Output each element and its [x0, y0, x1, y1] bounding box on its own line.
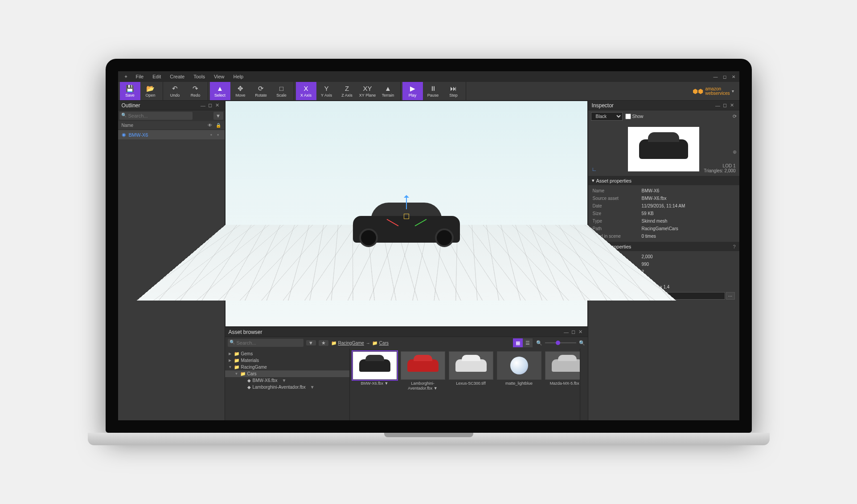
- terrain-icon: ▲: [385, 85, 391, 93]
- inspector-preview: ∟ ⊕ LOD 1 Triangles: 2,000: [588, 122, 739, 176]
- laptop-base: [88, 433, 770, 445]
- zoom-slider[interactable]: 🔍 🔍: [536, 340, 585, 346]
- y-axis-button[interactable]: YY Axis: [316, 82, 337, 100]
- undo-icon: ↶: [172, 85, 178, 93]
- help-icon[interactable]: ?: [733, 244, 735, 249]
- outliner-search-input[interactable]: [119, 112, 193, 120]
- outliner-item-toggles[interactable]: ● ●: [210, 133, 221, 137]
- inspector-show-checkbox[interactable]: Show: [625, 114, 644, 119]
- step-icon: ⏭: [450, 85, 457, 93]
- tree-item-racinggame[interactable]: ▼📁RacingGame: [225, 364, 349, 370]
- toolbar: 💾Save 📂Open ↶Undo ↷Redo ▲Select ✥Move ⟳R…: [118, 82, 739, 101]
- visibility-icon: 👁: [208, 123, 212, 128]
- folder-icon: 📁: [234, 351, 239, 356]
- panel-maximize-icon[interactable]: ◻: [570, 329, 577, 335]
- panel-minimize-icon[interactable]: —: [714, 103, 722, 108]
- window-close-icon[interactable]: ✕: [730, 73, 737, 80]
- pause-button[interactable]: ⏸Pause: [423, 82, 443, 100]
- asset-properties-header[interactable]: ▾ Asset properties: [588, 176, 739, 185]
- xy-plane-button[interactable]: XYXY Plane: [357, 82, 378, 100]
- tree-item-cars[interactable]: ▼📁Cars: [225, 370, 349, 377]
- x-axis-button[interactable]: XX Axis: [296, 82, 316, 100]
- folder-icon: 📁: [372, 341, 377, 345]
- panel-maximize-icon[interactable]: ◻: [207, 102, 214, 108]
- tree-item-gems[interactable]: ▶📁Gems: [225, 350, 349, 357]
- menu-help[interactable]: Help: [229, 74, 248, 79]
- window-minimize-icon[interactable]: —: [713, 73, 719, 80]
- panel-close-icon[interactable]: ✕: [214, 102, 221, 108]
- move-tool[interactable]: ✥Move: [230, 82, 251, 100]
- gizmo-z-axis[interactable]: [406, 196, 407, 209]
- menu-create[interactable]: Create: [165, 74, 189, 79]
- zoom-out-icon[interactable]: 🔍: [536, 340, 542, 346]
- menu-edit[interactable]: Edit: [148, 74, 165, 79]
- breadcrumb-item[interactable]: Cars: [379, 341, 389, 345]
- breadcrumb: 📁 RacingGame → 📁 Cars: [331, 341, 389, 345]
- chevron-down-icon: ▾: [592, 178, 595, 183]
- asset-scrollbar[interactable]: [580, 349, 588, 420]
- lock-icon: 🔒: [216, 123, 221, 128]
- scale-icon: □: [279, 85, 283, 93]
- terrain-button[interactable]: ▲Terrain: [378, 82, 398, 100]
- menu-view[interactable]: View: [209, 74, 229, 79]
- menu-file[interactable]: File: [131, 74, 148, 79]
- redo-icon: ↷: [193, 85, 198, 93]
- panel-close-icon[interactable]: ✕: [577, 329, 584, 335]
- panel-minimize-icon[interactable]: —: [200, 103, 207, 108]
- lod-label: LOD 1: [704, 163, 735, 168]
- inspector-color-select[interactable]: Black: [591, 112, 623, 121]
- rotate-icon: ⟳: [258, 85, 264, 93]
- folder-icon: 📁: [234, 358, 239, 363]
- asset-card[interactable]: BMW-X6.fbx ▼: [353, 351, 397, 418]
- asset-properties-table: NameBMW-X6 Source assetBMW-X6.fbx Date11…: [588, 185, 739, 242]
- selected-model[interactable]: [349, 189, 464, 247]
- asset-card[interactable]: matte_lightblue: [497, 351, 541, 418]
- menubar: ✦ File Edit Create Tools View Help — ◻ ✕: [118, 71, 739, 82]
- play-button[interactable]: ▶Play: [402, 82, 423, 100]
- asset-card[interactable]: Lamborghini-Aventador.fbx ▼: [401, 351, 445, 418]
- window-maximize-icon[interactable]: ◻: [722, 73, 728, 80]
- asset-filter-button[interactable]: ▼: [306, 340, 316, 345]
- outliner-item[interactable]: ◉ BMW-X6 ● ●: [118, 130, 225, 139]
- breadcrumb-item[interactable]: RacingGame: [338, 341, 364, 345]
- folder-icon: 📁: [234, 365, 239, 370]
- view-grid-button[interactable]: ▦: [513, 338, 523, 347]
- mesh-icon: ◆: [247, 378, 251, 383]
- viewport-3d[interactable]: [225, 101, 588, 327]
- panel-maximize-icon[interactable]: ◻: [722, 102, 729, 108]
- outliner-filter-button[interactable]: ▼: [213, 112, 223, 120]
- step-button[interactable]: ⏭Step: [443, 82, 464, 100]
- move-icon: ✥: [238, 85, 243, 93]
- rotate-tool[interactable]: ⟳Rotate: [251, 82, 271, 100]
- redo-button[interactable]: ↷Redo: [185, 82, 206, 100]
- tree-item-file[interactable]: ◆Lamborghini-Aventador.fbx▼: [225, 384, 349, 390]
- app-root: ✦ File Edit Create Tools View Help — ◻ ✕…: [118, 71, 739, 420]
- aws-brand-badge[interactable]: ⬢⬢ amazon webservices ▾: [687, 82, 739, 100]
- asset-favorite-button[interactable]: ★: [319, 340, 328, 346]
- z-axis-button[interactable]: ZZ Axis: [337, 82, 357, 100]
- asset-card[interactable]: Lexus-SC300.tiff: [449, 351, 493, 418]
- save-icon: 💾: [126, 85, 134, 93]
- zoom-in-icon[interactable]: 🔍: [579, 340, 585, 346]
- undo-button[interactable]: ↶Undo: [165, 82, 185, 100]
- select-tool[interactable]: ▲Select: [210, 82, 230, 100]
- cursor-icon: ▲: [217, 85, 223, 93]
- tree-item-materials[interactable]: ▶📁Materials: [225, 357, 349, 364]
- asset-card[interactable]: Mazda-MX-5.fbx ▼: [545, 351, 580, 418]
- asset-search-input[interactable]: [228, 339, 303, 347]
- chevron-right-icon[interactable]: ⊕: [733, 149, 737, 155]
- save-button[interactable]: 💾Save: [120, 82, 140, 100]
- view-list-button[interactable]: ☰: [523, 338, 533, 347]
- open-icon: 📂: [146, 85, 155, 93]
- panel-close-icon[interactable]: ✕: [729, 102, 736, 108]
- menu-tools[interactable]: Tools: [189, 74, 209, 79]
- gizmo-center[interactable]: [404, 214, 409, 219]
- app-logo-icon: ✦: [121, 74, 131, 80]
- panel-minimize-icon[interactable]: —: [563, 329, 570, 335]
- play-icon: ▶: [410, 85, 415, 93]
- material-browse-button[interactable]: …: [726, 292, 735, 300]
- tree-item-file[interactable]: ◆BMW-X6.fbx▼: [225, 377, 349, 384]
- open-button[interactable]: 📂Open: [140, 82, 161, 100]
- refresh-icon[interactable]: ⟳: [733, 114, 737, 119]
- scale-tool[interactable]: □Scale: [271, 82, 292, 100]
